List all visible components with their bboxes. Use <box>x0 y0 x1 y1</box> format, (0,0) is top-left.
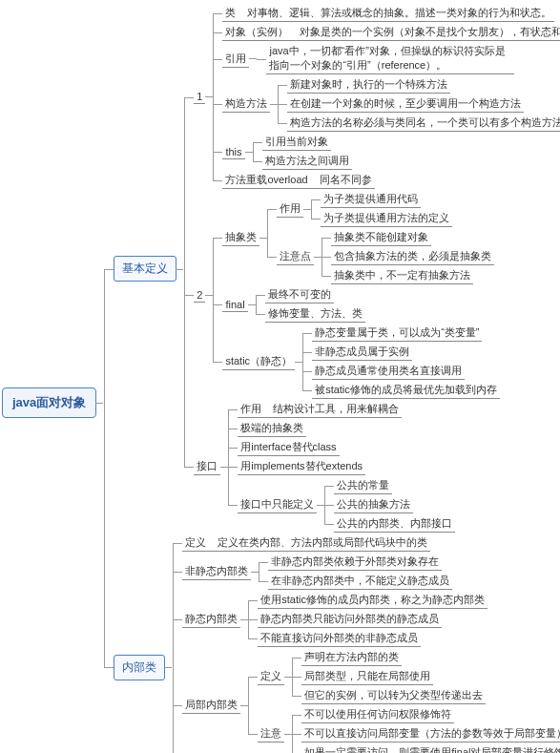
leaf-ctor-1: 新建对象时，执行的一个特殊方法 <box>287 75 560 94</box>
node-iface-only: 接口中只能定义 公共的常量 公共的抽象方法 公共的内部类、内部接口 <box>238 476 455 533</box>
leaf-local-def-2: 局部类型，只能在局部使用 <box>301 667 486 686</box>
node-abstract: 抽象类 作用 为子类提供通用代码 为子类提供通用方法的定义 注意点 抽象类不能创… <box>222 190 499 285</box>
leaf-iface-only-3: 公共的内部类、内部接口 <box>334 514 455 533</box>
leaf-iface-1: 极端的抽象类 <box>238 419 455 438</box>
leaf-abs-note-3: 抽象类中，不一定有抽象方法 <box>331 266 494 285</box>
leaf-staticinner-1: 使用static修饰的成员内部类，称之为静态内部类 <box>258 591 487 610</box>
static-label: static（静态） <box>222 353 295 370</box>
leaf-object: 对象（实例）对象是类的一个实例（对象不是找个女朋友），有状态和行为。 <box>222 23 560 42</box>
leaf-abs-use-1: 为子类提供通用代码 <box>321 190 452 209</box>
branch-inner-class: 内部类 定义定义在类内部、方法内部或局部代码块中的类 非静态内部类 非静态内部类… <box>114 533 560 753</box>
branch-inner-class-label: 内部类 <box>114 655 165 680</box>
leaf-static-2: 非静态成员属于实例 <box>312 343 500 362</box>
node-2-label: 2 <box>194 288 205 303</box>
leaf-iface-2: 用interface替代class <box>238 438 455 457</box>
node-abs-note: 注意点 抽象类不能创建对象 包含抽象方法的类，必须是抽象类 抽象类中，不一定有抽… <box>277 228 494 285</box>
node-static-inner: 静态内部类 使用static修饰的成员内部类，称之为静态内部类 静态内部类只能访… <box>182 591 560 648</box>
leaf-static-1: 静态变量属于类，可以成为“类变量” <box>312 324 500 343</box>
node-nonstatic-inner: 非静态内部类 非静态内部类依赖于外部类对象存在 在非静态内部类中，不能定义静态成… <box>182 553 560 591</box>
node-this: this 引用当前对象 构造方法之间调用 <box>222 133 560 171</box>
interface-label: 接口 <box>194 458 220 475</box>
class-val: 对事物、逻辑、算法或概念的抽象。描述一类对象的行为和状态。 <box>247 6 551 20</box>
leaf-reference-desc: java中，一切都“看作”对象，但操纵的标识符实际是指向一个对象的“引用”（re… <box>266 42 514 75</box>
constructor-label: 构造方法 <box>222 95 270 113</box>
leaf-nonstatic-1: 非静态内部类依赖于外部类对象存在 <box>268 553 452 572</box>
leaf-abs-note-1: 抽象类不能创建对象 <box>331 228 494 247</box>
leaf-abs-use-2: 为子类提供通用方法的定义 <box>321 209 452 228</box>
leaf-ctor-3: 构造方法的名称必须与类同名，一个类可以有多个构造方法 <box>287 114 560 133</box>
node-static: static（静态） 静态变量属于类，可以成为“类变量” 非静态成员属于实例 静… <box>222 324 499 400</box>
leaf-final-2: 修饰变量、方法、类 <box>265 304 365 324</box>
leaf-this-1: 引用当前对象 <box>262 133 352 152</box>
class-key: 类 <box>225 6 236 20</box>
leaf-local-def-3: 但它的实例，可以转为父类型传递出去 <box>301 686 486 705</box>
reference-label: 引用 <box>222 51 249 68</box>
leaf-abs-note-2: 包含抽象方法的类，必须是抽象类 <box>331 247 494 266</box>
abstract-label: 抽象类 <box>222 229 259 246</box>
leaf-ctor-2: 在创建一个对象的时候，至少要调用一个构造方法 <box>287 94 560 114</box>
leaf-inner-def: 定义定义在类内部、方法内部或局部代码块中的类 <box>182 533 560 553</box>
leaf-staticinner-3: 不能直接访问外部类的非静态成员 <box>258 629 487 648</box>
mindmap-tree: java面对对象 基本定义 1 类对事物、逻辑、算法或概念的抽象。描述一类对象的… <box>2 4 558 753</box>
leaf-local-note-3: 如果一定需要访问，则需要使用final对局部变量进行修饰 <box>301 743 560 753</box>
overload-val: 同名不同参 <box>320 173 372 187</box>
object-val: 对象是类的一个实例（对象不是找个女朋友），有状态和行为。 <box>300 25 560 39</box>
node-reference: 引用 java中，一切都“看作”对象，但操纵的标识符实际是指向一个对象的“引用”… <box>222 42 560 75</box>
leaf-final-1: 最终不可变的 <box>265 285 365 304</box>
leaf-iface-use: 作用结构设计工具，用来解耦合 <box>238 400 455 419</box>
local-note-label: 注意 <box>258 725 284 743</box>
local-inner-label: 局部内部类 <box>182 697 240 714</box>
leaf-staticinner-2: 静态内部类只能访问外部类的静态成员 <box>258 610 487 629</box>
node-constructor: 构造方法 新建对象时，执行的一个特殊方法 在创建一个对象的时候，至少要调用一个构… <box>222 75 560 133</box>
abs-note-label: 注意点 <box>277 248 314 265</box>
leaf-static-3: 静态成员通常使用类名直接调用 <box>312 362 500 381</box>
iface-only-label: 接口中只能定义 <box>238 496 317 513</box>
this-label: this <box>222 145 244 159</box>
node-local-def: 定义 声明在方法内部的类 局部类型，只能在局部使用 但它的实例，可以转为父类型传… <box>258 648 560 705</box>
leaf-local-note-2: 不可以直接访问局部变量（方法的参数等效于局部变量） <box>301 724 560 743</box>
node-2: 2 抽象类 作用 为子类提供通用代码 为子类提供通用方法的定义 注意点 抽象类不… <box>194 190 560 400</box>
node-abs-use: 作用 为子类提供通用代码 为子类提供通用方法的定义 <box>277 190 494 228</box>
object-key: 对象（实例） <box>225 25 288 39</box>
node-1: 1 类对事物、逻辑、算法或概念的抽象。描述一类对象的行为和状态。 对象（实例）对… <box>194 4 560 190</box>
node-final: final 最终不可变的 修饰变量、方法、类 <box>222 285 499 324</box>
leaf-iface-only-1: 公共的常量 <box>334 476 455 495</box>
leaf-local-note-1: 不可以使用任何访问权限修饰符 <box>301 705 560 724</box>
leaf-this-2: 构造方法之间调用 <box>262 152 352 171</box>
leaf-static-4: 被static修饰的成员将最优先加载到内存 <box>312 381 500 400</box>
leaf-local-def-1: 声明在方法内部的类 <box>301 648 486 667</box>
nonstatic-inner-label: 非静态内部类 <box>182 563 251 580</box>
reference-desc: java中，一切都“看作”对象，但操纵的标识符实际是指向一个对象的“引用”（re… <box>266 43 514 74</box>
abs-use-label: 作用 <box>277 200 303 218</box>
root-node: java面对对象 基本定义 1 类对事物、逻辑、算法或概念的抽象。描述一类对象的… <box>2 4 558 753</box>
leaf-iface-only-2: 公共的抽象方法 <box>334 495 455 514</box>
node-interface: 接口 作用结构设计工具，用来解耦合 极端的抽象类 用interface替代cla… <box>194 400 560 533</box>
branch-basic-def-label: 基本定义 <box>114 256 176 282</box>
static-inner-label: 静态内部类 <box>182 611 240 628</box>
leaf-iface-3: 用implements替代extends <box>238 457 455 476</box>
node-local-note: 注意 不可以使用任何访问权限修饰符 不可以直接访问局部变量（方法的参数等效于局部… <box>258 705 560 753</box>
leaf-class: 类对事物、逻辑、算法或概念的抽象。描述一类对象的行为和状态。 <box>222 4 560 23</box>
node-1-label: 1 <box>194 90 205 104</box>
final-label: final <box>222 298 247 312</box>
branch-basic-def: 基本定义 1 类对事物、逻辑、算法或概念的抽象。描述一类对象的行为和状态。 对象… <box>114 4 560 533</box>
leaf-nonstatic-2: 在非静态内部类中，不能定义静态成员 <box>268 572 452 591</box>
node-local-inner: 局部内部类 定义 声明在方法内部的类 局部类型，只能在局部使用 但它的实例，可以… <box>182 648 560 753</box>
overload-key: 方法重载overload <box>225 173 307 187</box>
root-label: java面对对象 <box>2 387 96 418</box>
local-def-label: 定义 <box>258 668 284 685</box>
leaf-overload: 方法重载overload同名不同参 <box>222 171 560 190</box>
